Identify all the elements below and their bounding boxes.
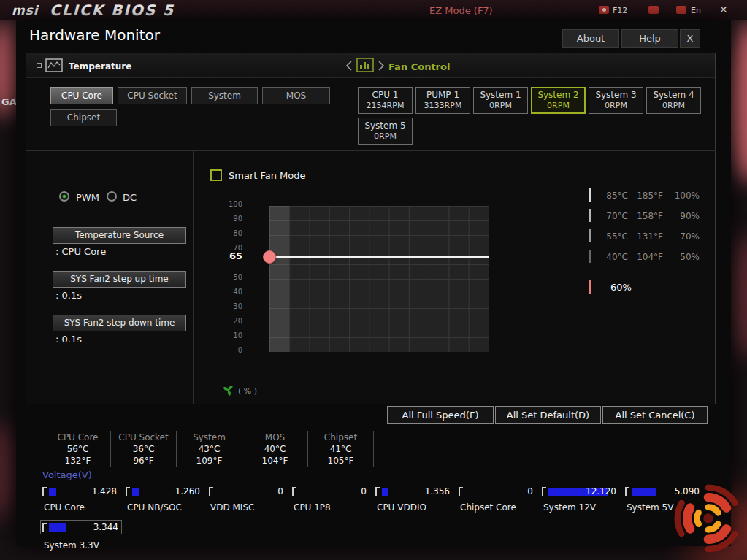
fan-rpm: 0RPM xyxy=(532,101,584,110)
threshold-fahrenheit: 131°F xyxy=(632,231,663,242)
voltage-row: 1.428 CPU Core 1.260 CPU NB/SOC 0 VDD MI… xyxy=(42,486,702,517)
temp-tab-cpu-socket[interactable]: CPU Socket xyxy=(118,87,187,104)
about-button[interactable]: About xyxy=(562,29,619,48)
click-bios-title: CLICK BIOS 5 xyxy=(50,1,175,19)
temp-tab-chipset[interactable]: Chipset xyxy=(50,109,117,126)
screenshot-icon[interactable] xyxy=(599,6,609,14)
temp-readout-chipset: Chipset 41°C 105°F xyxy=(308,431,374,467)
voltage-cell-system-3v3: 3.344 System 3.3V xyxy=(42,520,120,551)
ez-mode-button[interactable]: EZ Mode (F7) xyxy=(429,5,493,16)
voltage-section-title: Voltage(V) xyxy=(42,469,92,480)
chevron-right-icon[interactable] xyxy=(378,60,384,74)
bios-theme-glow xyxy=(729,234,747,358)
threshold-celsius: 40°C xyxy=(600,252,628,262)
tick-icon xyxy=(459,487,463,496)
fan-button-cpu1[interactable]: CPU 1 2154RPM xyxy=(358,87,413,114)
y-tick: 20 xyxy=(218,317,242,325)
bios-top-bar: msi CLICK BIOS 5 EZ Mode (F7) F12 En ✕ xyxy=(0,0,747,20)
plot-active-column xyxy=(269,206,289,352)
fan-curve-handle[interactable] xyxy=(263,250,276,264)
step-down-time-button[interactable]: SYS Fan2 step down time xyxy=(53,315,186,331)
temp-tab-mos[interactable]: MOS xyxy=(262,87,330,104)
chevron-left-icon[interactable] xyxy=(346,60,352,74)
dc-label: DC xyxy=(123,192,137,203)
temperature-section-title: Temperature xyxy=(69,61,131,72)
step-up-time-button[interactable]: SYS Fan2 step up time xyxy=(53,271,186,288)
help-button[interactable]: Help xyxy=(621,29,678,48)
fan-rpm: 0RPM xyxy=(474,101,527,110)
tick-icon xyxy=(542,487,546,496)
tick-icon xyxy=(126,487,130,496)
y-tick: 10 xyxy=(218,331,242,340)
temperature-chart-icon xyxy=(45,58,63,75)
voltage-bar xyxy=(382,488,388,496)
tick-icon xyxy=(625,487,629,496)
fan-rpm: 0RPM xyxy=(359,131,412,141)
fan-button-system2[interactable]: System 2 0RPM xyxy=(531,87,586,114)
tick-icon xyxy=(292,487,296,496)
fan-button-system5[interactable]: System 5 0RPM xyxy=(358,118,413,145)
threshold-marker xyxy=(589,229,591,242)
fan-button-system4[interactable]: System 4 0RPM xyxy=(646,87,701,114)
tick-icon xyxy=(375,487,380,496)
voltage-bar xyxy=(632,488,656,496)
fan-button-system1[interactable]: System 1 0RPM xyxy=(473,87,528,114)
threshold-percent: 50% xyxy=(669,252,700,262)
voltage-cell-cpu-1p8: 0 CPU 1P8 xyxy=(292,486,369,517)
voltage-cell-cpu-vddio: 1.356 CPU VDDIO xyxy=(375,486,453,517)
voltage-cell-vdd-misc: 0 VDD MISC xyxy=(209,486,286,517)
smart-fan-checkbox[interactable] xyxy=(210,169,222,181)
temperature-source-value: : CPU Core xyxy=(55,246,106,257)
fan-control-section-title: Fan Control xyxy=(388,61,450,72)
pwm-radio[interactable] xyxy=(59,191,69,202)
msi-logo: msi xyxy=(12,3,39,18)
hardware-monitor-window: Hardware Monitor About Help X Temperatur… xyxy=(16,20,731,546)
threshold-fahrenheit: 185°F xyxy=(632,191,663,201)
threshold-percent: 70% xyxy=(669,231,700,242)
all-full-speed-button[interactable]: All Full Speed(F) xyxy=(387,406,494,424)
threshold-marker xyxy=(589,209,591,222)
background-gaming-text: GA xyxy=(1,96,17,107)
threshold-celsius: 70°C xyxy=(600,211,628,221)
fan-icon xyxy=(222,384,234,399)
fan-rpm: 0RPM xyxy=(647,101,700,110)
mini-square-icon xyxy=(37,63,42,68)
voltage-cell-system-12v: 12.120 System 12V xyxy=(542,486,619,517)
bios-close-icon[interactable]: ✕ xyxy=(719,4,728,15)
y-tick: 80 xyxy=(218,229,242,237)
y-tick: 40 xyxy=(218,288,242,296)
fan-curve-plot[interactable] xyxy=(269,206,489,352)
current-duty-marker xyxy=(589,280,591,294)
media-icon[interactable] xyxy=(648,6,659,14)
temp-tab-system[interactable]: System xyxy=(191,87,258,104)
dc-radio[interactable] xyxy=(107,191,117,202)
temp-tab-cpu-core[interactable]: CPU Core xyxy=(50,87,113,104)
all-set-default-button[interactable]: All Set Default(D) xyxy=(495,406,601,424)
threshold-percent: 90% xyxy=(669,211,700,221)
voltage-bar xyxy=(49,523,66,532)
fan-button-pump1[interactable]: PUMP 1 3133RPM xyxy=(415,87,470,114)
smart-fan-label: Smart Fan Mode xyxy=(229,170,306,181)
step-down-time-value: : 0.1s xyxy=(55,334,82,345)
pwm-label: PWM xyxy=(76,192,99,203)
temp-readout-system: System 43°C 109°F xyxy=(177,431,242,467)
y-tick: 100 xyxy=(218,200,242,208)
y-tick: 90 xyxy=(218,215,242,223)
fan-button-system3[interactable]: System 3 0RPM xyxy=(589,87,643,114)
screenshot-key-label: F12 xyxy=(613,6,627,15)
language-icon[interactable] xyxy=(676,6,686,14)
temperature-source-button[interactable]: Temperature Source xyxy=(53,227,186,244)
fan-curve-line[interactable] xyxy=(269,256,489,258)
threshold-marker xyxy=(589,250,591,263)
threshold-marker xyxy=(589,188,591,202)
y-tick: 0 xyxy=(218,346,242,354)
voltage-cell-cpu-nb-soc: 1.260 CPU NB/SOC xyxy=(126,486,203,517)
monitor-panel: Temperature Fan Control CPU Core CPU Soc… xyxy=(26,53,716,404)
fan-rpm: 3133RPM xyxy=(416,101,470,110)
kitguru-logo xyxy=(673,480,743,559)
all-set-cancel-button[interactable]: All Set Cancel(C) xyxy=(602,406,708,424)
bios-screen: msi CLICK BIOS 5 EZ Mode (F7) F12 En ✕ G… xyxy=(0,0,747,560)
close-button[interactable]: X xyxy=(680,29,700,48)
y-tick: 50 xyxy=(218,273,242,281)
y-tick: 30 xyxy=(218,302,242,310)
